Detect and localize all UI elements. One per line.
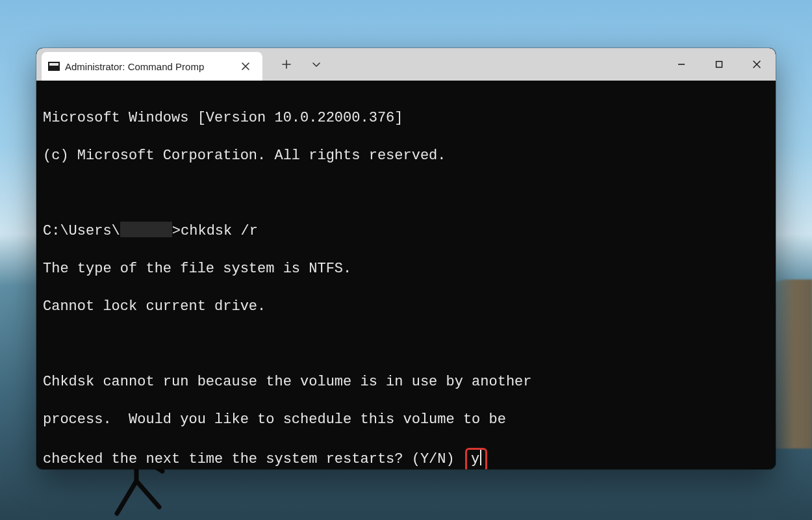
user-input[interactable]: y — [471, 451, 479, 467]
titlebar[interactable]: Administrator: Command Promp — [36, 48, 776, 81]
minimize-button[interactable] — [663, 48, 700, 81]
entered-command: chkdsk /r — [181, 223, 258, 239]
new-tab-button[interactable] — [272, 48, 301, 81]
tab-close-button[interactable] — [235, 56, 256, 77]
window-controls — [663, 48, 776, 81]
output-line: (c) Microsoft Corporation. All rights re… — [43, 146, 769, 165]
output-line: Microsoft Windows [Version 10.0.22000.37… — [43, 109, 769, 127]
tab-title: Administrator: Command Promp — [65, 61, 230, 72]
output-line: The type of the file system is NTFS. — [43, 259, 769, 278]
cmd-icon — [48, 62, 60, 71]
output-blank — [43, 184, 769, 203]
close-icon — [242, 62, 249, 70]
output-line: checked the next time the system restart… — [43, 448, 769, 469]
desktop-wallpaper: Administrator: Command Promp — [0, 0, 812, 520]
svg-line-4 — [117, 481, 136, 514]
output-line: process. Would you like to schedule this… — [43, 410, 769, 429]
minimize-icon — [677, 60, 686, 69]
svg-line-5 — [136, 481, 159, 507]
maximize-icon — [715, 60, 724, 69]
output-line: Chkdsk cannot run because the volume is … — [43, 372, 769, 391]
window-close-button[interactable] — [738, 48, 776, 81]
prompt-prefix: C:\Users\ — [43, 223, 120, 239]
output-line: Cannot lock current drive. — [43, 297, 769, 316]
tab-dropdown-button[interactable] — [301, 48, 331, 81]
chevron-down-icon — [311, 59, 322, 70]
redacted-username — [120, 222, 172, 237]
terminal-viewport[interactable]: Microsoft Windows [Version 10.0.22000.37… — [36, 81, 776, 469]
text-cursor — [480, 450, 481, 465]
svg-rect-6 — [717, 62, 722, 68]
maximize-button[interactable] — [700, 48, 738, 81]
prompt-suffix: > — [172, 223, 181, 239]
tab-cmd[interactable]: Administrator: Command Promp — [42, 52, 262, 81]
input-highlight: y — [465, 448, 487, 469]
plus-icon — [281, 59, 292, 70]
titlebar-drag-region[interactable] — [331, 48, 663, 81]
close-icon — [752, 60, 761, 69]
output-blank — [43, 335, 769, 354]
prompt-line: C:\Users\>chkdsk /r — [43, 222, 769, 240]
terminal-window: Administrator: Command Promp — [36, 48, 776, 469]
